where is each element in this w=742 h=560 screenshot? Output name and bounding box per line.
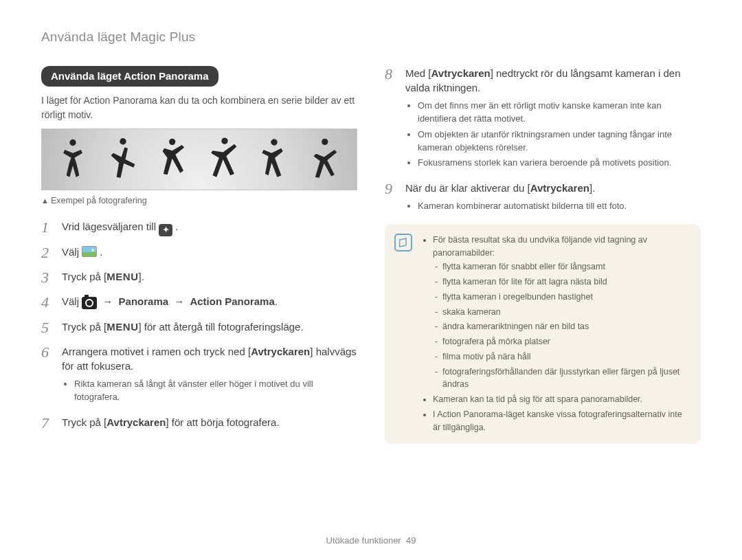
step-text: ] för att återgå till fotograferingsläge… <box>138 321 303 333</box>
note-subitem: skaka kameran <box>442 306 690 319</box>
sub-bullet: Om det finns mer än ett rörligt motiv ka… <box>418 100 701 126</box>
section-title-pill: Använda läget Action Panorama <box>41 66 218 87</box>
right-column: 8 Med [Avtryckaren] nedtryckt rör du lån… <box>385 66 701 445</box>
step-text: Tryck på [ <box>62 321 106 333</box>
example-illustration <box>41 128 357 190</box>
step-item: 1 Vrid lägesväljaren till ✦ . <box>41 219 357 236</box>
note-sublist: flytta kameran för snabbt eller för lång… <box>442 260 690 391</box>
note-subitem: fotografera på mörka platser <box>442 335 690 348</box>
dancer-silhouette <box>56 135 89 183</box>
page-title: Använda läget Magic Plus <box>41 27 701 47</box>
note-item: Kameran kan ta tid på sig för att spara … <box>433 393 690 406</box>
step-number: 5 <box>41 320 54 336</box>
arrow-icon: → <box>102 295 113 307</box>
steps-list-right: 8 Med [Avtryckaren] nedtryckt rör du lån… <box>385 66 701 216</box>
page-footer: Utökade funktioner 49 <box>0 535 742 548</box>
sub-bullet-list: Kameran kombinerar automatiskt bilderna … <box>418 200 701 213</box>
step-bold: Avtryckaren <box>251 346 310 357</box>
step-text: När du är klar aktiverar du [ <box>405 182 530 194</box>
menu-label: MENU <box>106 271 138 282</box>
dancer-silhouette <box>309 135 342 183</box>
sub-bullet: Om objekten är utanför riktningsramen un… <box>418 128 701 155</box>
illustration-caption: Exempel på fotografering <box>41 194 357 207</box>
step-bold: Avtryckaren <box>106 416 166 428</box>
step-text: ]. <box>138 271 144 282</box>
camera-icon <box>82 297 97 309</box>
step-text: Med [ <box>405 67 431 79</box>
step-number: 7 <box>41 415 54 432</box>
note-subitem: fotograferingsförhållanden där ljusstyrk… <box>442 366 690 392</box>
step-item: 7 Tryck på [Avtryckaren] för att börja f… <box>41 415 357 432</box>
dancer-silhouette <box>106 135 139 183</box>
note-subitem: filma motiv på nära håll <box>442 350 690 363</box>
section-intro: I läget för Action Panorama kan du ta oc… <box>41 93 357 122</box>
step-bold: Panorama <box>119 295 169 307</box>
sub-bullet-list: Rikta kameran så långt åt vänster eller … <box>74 378 357 404</box>
step-text: Välj <box>62 295 82 307</box>
dancer-silhouette <box>258 135 291 183</box>
step-item: 9 När du är klar aktiverar du [Avtryckar… <box>385 181 701 216</box>
step-number: 2 <box>41 245 54 261</box>
steps-list-left: 1 Vrid lägesväljaren till ✦ . 2 Välj . 3… <box>41 219 357 432</box>
step-item: 4 Välj → Panorama → Action Panorama. <box>41 294 357 311</box>
step-item: 2 Välj . <box>41 245 357 261</box>
step-text: ] för att börja fotografera. <box>166 416 279 428</box>
step-text: . <box>275 295 278 307</box>
step-text: ]. <box>589 182 595 194</box>
step-number: 3 <box>41 269 54 286</box>
step-item: 8 Med [Avtryckaren] nedtryckt rör du lån… <box>385 66 701 173</box>
arrow-icon: → <box>174 295 184 307</box>
step-bold: Action Panorama <box>190 295 274 307</box>
landscape-icon <box>82 246 97 257</box>
step-text: Tryck på [ <box>62 416 106 428</box>
note-subitem: flytta kameran för snabbt eller för lång… <box>442 260 690 273</box>
note-lead: För bästa resultat ska du undvika följan… <box>433 235 647 258</box>
note-item: I Action Panorama-läget kanske vissa fot… <box>433 408 690 434</box>
menu-label: MENU <box>106 321 138 333</box>
dancer-silhouette <box>208 135 241 183</box>
note-subitem: ändra kamerariktningen när en bild tas <box>442 320 690 333</box>
sub-bullet-list: Om det finns mer än ett rörligt motiv ka… <box>418 100 701 170</box>
mode-dial-icon: ✦ <box>159 224 172 236</box>
step-text: Välj <box>62 246 82 258</box>
note-list: För bästa resultat ska du undvika följan… <box>433 234 690 434</box>
sub-bullet: Rikta kameran så långt åt vänster eller … <box>74 378 357 404</box>
step-bold: Avtryckaren <box>431 67 491 79</box>
step-number: 9 <box>385 181 397 216</box>
step-item: 5 Tryck på [MENU] för att återgå till fo… <box>41 320 357 336</box>
step-text: Arrangera motivet i ramen och tryck ned … <box>62 346 251 357</box>
step-number: 6 <box>41 344 54 407</box>
step-number: 8 <box>385 66 397 173</box>
note-icon <box>394 234 412 251</box>
step-item: 6 Arrangera motivet i ramen och tryck ne… <box>41 344 357 407</box>
step-item: 3 Tryck på [MENU]. <box>41 269 357 286</box>
step-text: Tryck på [ <box>62 271 106 282</box>
note-box: För bästa resultat ska du undvika följan… <box>385 224 701 445</box>
footer-page-number: 49 <box>406 535 416 546</box>
step-text: Vrid lägesväljaren till <box>62 221 159 232</box>
note-subitem: flytta kameran i oregelbunden hastighet <box>442 291 690 304</box>
step-bold: Avtryckaren <box>530 182 589 194</box>
content-columns: Använda läget Action Panorama I läget fö… <box>41 66 701 445</box>
dancer-silhouette <box>157 135 190 183</box>
footer-label: Utökade funktioner <box>326 535 401 546</box>
left-column: Använda läget Action Panorama I läget fö… <box>41 66 357 445</box>
note-item: För bästa resultat ska du undvika följan… <box>433 234 690 391</box>
note-subitem: flytta kameran för lite för att lagra nä… <box>442 276 690 289</box>
step-number: 4 <box>41 294 54 311</box>
sub-bullet: Fokusramens storlek kan variera beroende… <box>418 157 701 170</box>
sub-bullet: Kameran kombinerar automatiskt bilderna … <box>418 200 701 213</box>
step-number: 1 <box>41 219 54 236</box>
